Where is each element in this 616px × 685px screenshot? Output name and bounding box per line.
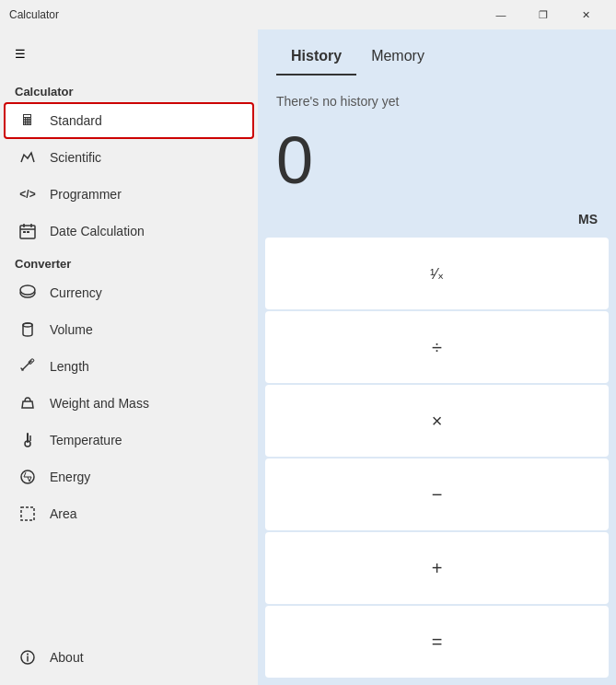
sidebar-item-length[interactable]: Length (4, 348, 254, 385)
add-icon: + (432, 558, 443, 579)
currency-label: Currency (50, 285, 102, 300)
weight-label: Weight and Mass (50, 396, 149, 411)
right-panel: History Memory There's no history yet 0 … (258, 29, 616, 685)
hamburger-button[interactable]: ☰ (0, 33, 41, 74)
energy-label: Energy (50, 470, 90, 484)
multiply-button[interactable]: × (265, 385, 609, 457)
standard-label: Standard (50, 113, 102, 128)
svg-point-18 (27, 654, 29, 656)
sidebar-item-volume[interactable]: Volume (4, 311, 254, 348)
calc-buttons: ¹∕ₓ ÷ × − + = (258, 236, 616, 685)
svg-rect-15 (21, 507, 34, 520)
area-label: Area (50, 506, 77, 521)
svg-point-7 (20, 285, 35, 295)
history-panel: There's no history yet (258, 75, 616, 127)
sidebar-item-area[interactable]: Area (4, 495, 254, 532)
weight-icon (18, 394, 37, 412)
svg-rect-4 (23, 231, 26, 233)
title-bar-left: Calculator (9, 8, 59, 21)
area-icon (18, 505, 37, 523)
sidebar-item-temperature[interactable]: Temperature (4, 422, 254, 459)
sidebar-item-date[interactable]: Date Calculation (4, 213, 254, 250)
ms-button[interactable]: MS (567, 206, 609, 232)
sidebar-item-weight[interactable]: Weight and Mass (4, 385, 254, 422)
length-icon (18, 357, 37, 376)
scientific-icon (18, 148, 37, 167)
length-label: Length (50, 359, 89, 374)
minimize-button[interactable]: — (480, 0, 522, 29)
subtract-icon: − (432, 484, 443, 505)
svg-point-8 (23, 323, 32, 327)
equals-icon: = (432, 632, 443, 653)
converter-section-title: Converter (0, 250, 258, 274)
sidebar-item-programmer[interactable]: </> Programmer (4, 176, 254, 213)
programmer-label: Programmer (50, 187, 122, 202)
ms-row: MS (258, 203, 616, 236)
date-icon (18, 222, 37, 240)
date-label: Date Calculation (50, 224, 145, 238)
about-label: About (50, 650, 84, 665)
subtract-button[interactable]: − (265, 459, 609, 530)
tab-history[interactable]: History (276, 39, 356, 75)
sidebar-item-currency[interactable]: Currency (4, 274, 254, 311)
divide-button[interactable]: ÷ (265, 311, 609, 383)
display-number: 0 (276, 127, 313, 193)
volume-label: Volume (50, 322, 93, 337)
add-button[interactable]: + (265, 532, 609, 604)
tabs-row: History Memory (258, 29, 616, 75)
equals-button[interactable]: = (265, 606, 609, 678)
title-bar-controls: — ❐ ✕ (480, 0, 607, 29)
programmer-icon: </> (18, 185, 37, 203)
sidebar-item-about[interactable]: About (4, 639, 254, 676)
standard-icon: 🖩 (18, 111, 37, 130)
app-container: ☰ Calculator 🖩 Standard Scientific </> P… (0, 29, 616, 685)
sidebar-item-energy[interactable]: Energy (4, 459, 254, 495)
calculator-section-title: Calculator (0, 77, 258, 102)
currency-icon (18, 284, 37, 302)
volume-icon (18, 320, 37, 339)
svg-rect-5 (27, 231, 29, 233)
divide-icon: ÷ (432, 337, 442, 358)
reciprocal-button[interactable]: ¹∕ₓ (265, 238, 609, 309)
title-bar: Calculator — ❐ ✕ (0, 0, 616, 29)
energy-icon (18, 468, 37, 486)
temperature-icon (18, 431, 37, 449)
app-title: Calculator (9, 8, 59, 21)
close-button[interactable]: ✕ (564, 0, 607, 29)
reciprocal-icon: ¹∕ₓ (430, 265, 444, 283)
about-icon (18, 648, 37, 667)
sidebar-item-standard[interactable]: 🖩 Standard (4, 102, 254, 139)
history-empty-message: There's no history yet (276, 94, 399, 109)
hamburger-icon: ☰ (15, 47, 26, 61)
sidebar: ☰ Calculator 🖩 Standard Scientific </> P… (0, 29, 258, 685)
display-area: 0 (258, 127, 616, 203)
scientific-label: Scientific (50, 150, 101, 165)
maximize-button[interactable]: ❐ (522, 0, 564, 29)
temperature-label: Temperature (50, 433, 122, 447)
tab-memory[interactable]: Memory (356, 39, 439, 75)
multiply-icon: × (432, 411, 443, 432)
sidebar-item-scientific[interactable]: Scientific (4, 139, 254, 176)
